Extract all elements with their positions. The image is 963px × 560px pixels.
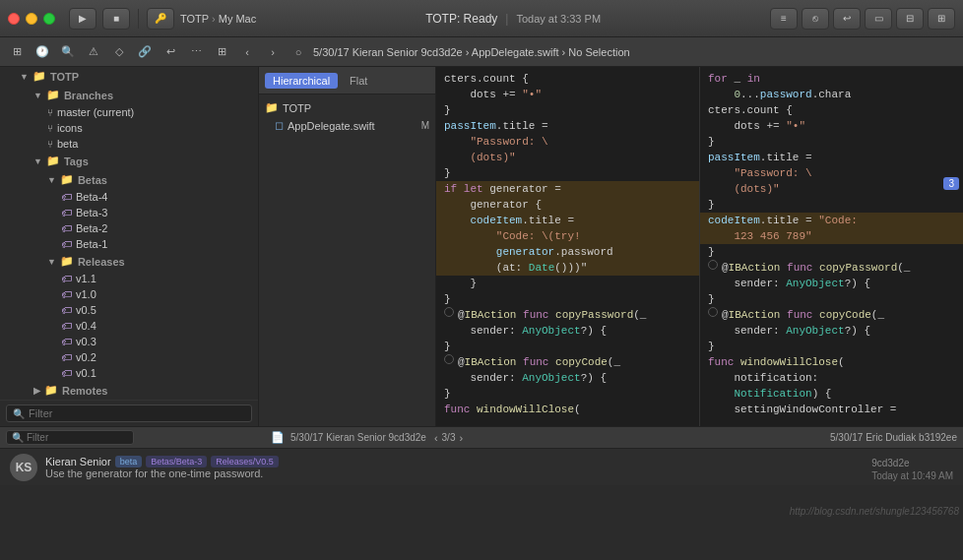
sidebar-filter-box[interactable]: 🔍 xyxy=(6,404,252,422)
code-line: } xyxy=(436,276,699,291)
warning-btn[interactable]: ⚠ xyxy=(83,42,104,62)
sidebar-toggle[interactable]: ≡ xyxy=(770,8,798,30)
sidebar-item-beta4[interactable]: 🏷 Beta-4 xyxy=(0,189,258,205)
next-btn[interactable]: › xyxy=(262,42,284,62)
tag-icon: 🏷 xyxy=(61,238,72,250)
sidebar-item-beta2[interactable]: 🏷 Beta-2 xyxy=(0,220,258,236)
author-name: Kieran Senior xyxy=(45,456,111,467)
sidebar-item-beta3[interactable]: 🏷 Beta-3 xyxy=(0,205,258,220)
tag-icon: 🏷 xyxy=(61,273,72,284)
sidebar-root[interactable]: ▼ 📁 TOTP xyxy=(0,67,258,86)
hierarchical-view-btn[interactable]: Hierarchical xyxy=(265,73,338,89)
close-button[interactable] xyxy=(8,13,20,25)
sidebar-item-beta[interactable]: ⑂ beta xyxy=(0,136,258,152)
prev-change-btn[interactable]: ‹ xyxy=(432,432,440,444)
sidebar-branches-header[interactable]: ▼ 📁 Branches xyxy=(0,86,258,104)
sidebar-remotes-header[interactable]: ▶ 📁 Remotes xyxy=(0,381,258,400)
fullscreen-button[interactable] xyxy=(43,13,55,25)
bottom-filter-input[interactable] xyxy=(27,432,105,443)
code-line: } xyxy=(436,102,699,118)
link-btn[interactable]: 🔗 xyxy=(134,42,156,62)
folder-icon: 📁 xyxy=(32,70,46,83)
view-full[interactable]: ⊞ xyxy=(928,8,955,30)
arrow-down-icon: ▼ xyxy=(33,91,42,100)
branches-label: Branches xyxy=(64,90,113,101)
sidebar-betas-header[interactable]: ▼ 📁 Betas xyxy=(0,170,258,189)
file-tree-toolbar: Hierarchical Flat xyxy=(259,67,435,94)
history-btn[interactable]: 🕐 xyxy=(32,42,53,62)
sidebar-releases-header[interactable]: ▼ 📁 Releases xyxy=(0,252,258,271)
branch-master-label: master (current) xyxy=(57,106,134,118)
sidebar-item-v11[interactable]: 🏷 v1.1 xyxy=(0,271,258,286)
filter-icon: 🔍 xyxy=(12,432,24,443)
sidebar-item-v05[interactable]: 🏷 v0.5 xyxy=(0,302,258,318)
beta2-label: Beta-2 xyxy=(76,222,107,234)
conflict-badge: 3 xyxy=(943,177,959,190)
app-machine-label: TOTP › My Mac xyxy=(180,13,256,25)
bottom-filter-box[interactable]: 🔍 xyxy=(6,430,134,445)
sidebar-item-v02[interactable]: 🏷 v0.2 xyxy=(0,349,258,365)
releases-label: Releases xyxy=(78,256,125,268)
tag-icon: 🏷 xyxy=(61,304,72,316)
code-line: "Password: \ xyxy=(700,165,963,181)
stop-button[interactable]: ■ xyxy=(102,8,130,30)
commit-message: Use the generator for the one-time passw… xyxy=(45,467,864,479)
code-line: } xyxy=(700,197,963,213)
clock-btn[interactable]: ○ xyxy=(288,42,309,62)
branch-tag-betas[interactable]: Betas/Beta-3 xyxy=(146,456,207,467)
file-name-appdelegate: AppDelegate.swift xyxy=(288,120,375,132)
branch-tag-beta[interactable]: beta xyxy=(115,456,143,467)
branch-tag-releases[interactable]: Releases/V0.5 xyxy=(211,456,279,467)
code-line: func windowWillClose( xyxy=(700,354,963,370)
main-content: ▼ 📁 TOTP ▼ 📁 Branches ⑂ master (current)… xyxy=(0,67,963,426)
flat-view-btn[interactable]: Flat xyxy=(342,73,375,89)
sidebar-item-beta1[interactable]: 🏷 Beta-1 xyxy=(0,236,258,252)
sidebar-tags-header[interactable]: ▼ 📁 Tags xyxy=(0,152,258,170)
branch-icon: ⑂ xyxy=(47,107,53,118)
reply-btn[interactable]: ↩ xyxy=(160,42,181,62)
code-line: } xyxy=(700,339,963,354)
search-btn[interactable]: 🔍 xyxy=(57,42,79,62)
remotes-folder-icon: 📁 xyxy=(44,384,58,397)
tag-icon: 🏷 xyxy=(61,207,72,218)
code-line: generator { xyxy=(436,197,699,213)
right-code-pane: 3 for _ in 0...password.chara cters.coun… xyxy=(700,67,963,426)
more-btn[interactable]: ⋯ xyxy=(185,42,207,62)
code-line: func windowWillClose( xyxy=(436,402,699,417)
titlebar: ▶ ■ 🔑 TOTP › My Mac TOTP: Ready | Today … xyxy=(0,0,963,37)
sidebar-show-btn[interactable]: ⊞ xyxy=(6,42,28,62)
prev-btn[interactable]: ‹ xyxy=(236,42,258,62)
code-line: 123 456 789" xyxy=(700,228,963,244)
code-line: @IBAction func copyCode(_ xyxy=(436,354,699,370)
sidebar-item-v01[interactable]: 🏷 v0.1 xyxy=(0,365,258,381)
sidebar-item-icons[interactable]: ⑂ icons xyxy=(0,120,258,136)
share-btn[interactable]: ⎋ xyxy=(802,8,829,30)
code-line: 0...password.chara xyxy=(700,87,963,102)
play-button[interactable]: ▶ xyxy=(69,8,96,30)
diamond-btn[interactable]: ◇ xyxy=(108,42,130,62)
right-code-content: for _ in 0...password.chara cters.count … xyxy=(700,67,963,421)
sidebar-item-v03[interactable]: 🏷 v0.3 xyxy=(0,334,258,349)
view-single[interactable]: ▭ xyxy=(865,8,892,30)
v03-label: v0.3 xyxy=(76,336,96,347)
sidebar-item-v04[interactable]: 🏷 v0.4 xyxy=(0,318,258,334)
file-tree-item-appdelegate[interactable]: ◻ AppDelegate.swift M xyxy=(259,117,435,134)
sidebar-item-master[interactable]: ⑂ master (current) xyxy=(0,104,258,120)
sidebar: ▼ 📁 TOTP ▼ 📁 Branches ⑂ master (current)… xyxy=(0,67,259,426)
grid-btn[interactable]: ⊞ xyxy=(211,42,232,62)
sidebar-filter-input[interactable] xyxy=(29,407,245,419)
back-fwd[interactable]: ↩ xyxy=(833,8,861,30)
tag-icon: 🏷 xyxy=(61,336,72,347)
commit-hash: 9cd3d2e xyxy=(871,454,909,468)
next-change-btn[interactable]: › xyxy=(457,432,465,444)
sidebar-item-v10[interactable]: 🏷 v1.0 xyxy=(0,286,258,302)
code-line: } xyxy=(700,134,963,150)
file-tree-root[interactable]: 📁 TOTP xyxy=(259,98,435,117)
filter-icon: 🔍 xyxy=(13,408,25,419)
minimize-button[interactable] xyxy=(26,13,37,25)
view-split[interactable]: ⊟ xyxy=(896,8,924,30)
code-line: (at: Date()))" xyxy=(436,260,699,276)
code-line: cters.count { xyxy=(700,102,963,118)
arrow-down-icon: ▼ xyxy=(47,175,56,185)
code-line: "Code: \(try! xyxy=(436,228,699,244)
